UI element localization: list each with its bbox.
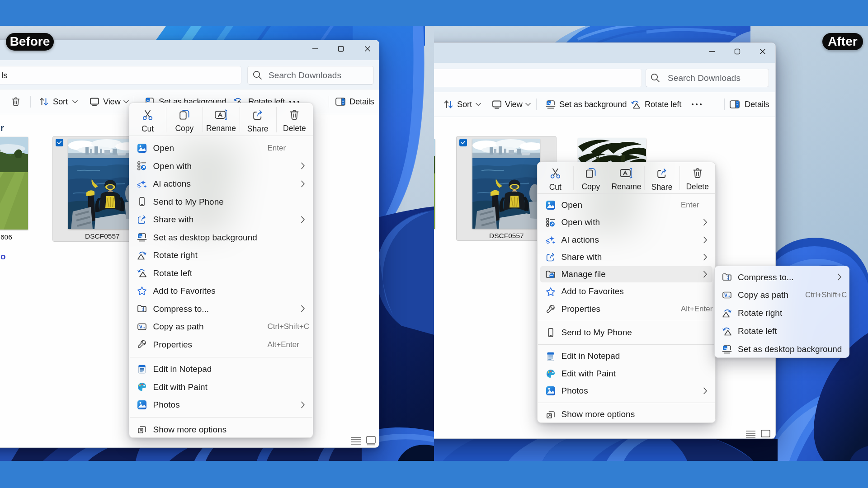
set-background-icon — [722, 344, 732, 354]
menu-item-ai-actions[interactable]: AI actions — [129, 175, 313, 193]
menu-item-compress-to[interactable]: Compress to... — [129, 300, 313, 318]
view-button[interactable]: View — [505, 92, 523, 117]
copy-command-button[interactable]: Copy — [573, 162, 609, 193]
group-header-partial: r — [0, 123, 4, 133]
selection-checkbox[interactable] — [56, 139, 63, 146]
toolbar-divider — [30, 96, 31, 108]
address-bar[interactable]: ls — [0, 66, 241, 84]
titlebar[interactable] — [434, 43, 775, 63]
copy-command-button[interactable]: Copy — [166, 103, 203, 136]
menu-item-rotate-left[interactable]: Rotate left — [129, 264, 313, 282]
menu-item-show-more-options[interactable]: Show more options — [129, 421, 313, 439]
maximize-button[interactable] — [727, 44, 747, 59]
share-command-button[interactable]: Share — [644, 162, 680, 193]
maximize-button[interactable] — [331, 42, 351, 56]
list-view-toggle-icon[interactable] — [350, 436, 362, 446]
menu-item-open-with[interactable]: Open with — [129, 157, 313, 175]
menu-item-add-to-favorites[interactable]: Add to Favorites — [538, 283, 715, 300]
file-name-partial: 606 — [0, 233, 12, 241]
menu-item-photos[interactable]: Photos — [129, 396, 313, 414]
menu-item-send-to-my-phone[interactable]: Send to My Phone — [129, 193, 313, 211]
menu-item-open-with[interactable]: Open with — [538, 214, 715, 231]
search-box[interactable]: Search Downloads — [646, 69, 769, 87]
close-button[interactable] — [753, 44, 773, 59]
chevron-down-icon — [123, 100, 129, 104]
details-button[interactable]: Details — [745, 92, 769, 117]
menu-item-edit-in-notepad[interactable]: Edit in Notepad — [129, 360, 313, 378]
command-label: Rename — [611, 182, 641, 192]
delete-command-button[interactable]: Delete — [679, 162, 715, 193]
rotate-left-button[interactable]: Rotate left — [645, 92, 681, 117]
menu-item-copy-as-path[interactable]: Copy as pathCtrl+Shift+C — [129, 318, 313, 336]
address-bar[interactable] — [434, 69, 642, 87]
set-as-background-button[interactable]: Set as background — [559, 92, 627, 117]
photo-thumbnail-golf[interactable] — [0, 137, 28, 230]
minimize-button[interactable] — [702, 44, 722, 59]
share-command-button[interactable]: Share — [240, 103, 276, 136]
menu-item-copy-as-path[interactable]: Copy as pathCtrl+Shift+C — [715, 286, 849, 304]
more-options-icon[interactable] — [691, 102, 703, 107]
details-button[interactable]: Details — [349, 89, 374, 114]
copy-path-icon — [722, 290, 732, 300]
share-arrow-icon — [137, 214, 147, 225]
list-view-toggle-icon[interactable] — [745, 430, 756, 439]
command-label: Copy — [175, 124, 193, 133]
menu-item-rotate-right[interactable]: Rotate right — [715, 304, 849, 322]
chevron-right-icon — [837, 273, 842, 281]
thumbnail-view-toggle-icon[interactable] — [365, 435, 377, 446]
sort-button[interactable]: Sort — [53, 89, 68, 114]
cut-command-button[interactable]: Cut — [129, 103, 166, 136]
menu-item-rotate-left[interactable]: Rotate left — [715, 322, 849, 340]
command-label: Cut — [549, 183, 561, 192]
menu-item-compress-to[interactable]: Compress to... — [715, 268, 849, 286]
menu-item-open[interactable]: OpenEnter — [129, 139, 313, 157]
chevron-right-icon — [301, 180, 305, 188]
menu-item-share-with[interactable]: Share with — [538, 249, 715, 266]
menu-item-send-to-my-phone[interactable]: Send to My Phone — [538, 324, 715, 341]
menu-item-share-with[interactable]: Share with — [129, 211, 313, 229]
menu-item-add-to-favorites[interactable]: Add to Favorites — [129, 282, 313, 300]
rename-command-button[interactable]: Rename — [609, 162, 644, 193]
menu-item-properties[interactable]: PropertiesAlt+Enter — [129, 336, 313, 354]
menu-item-show-more-options[interactable]: Show more options — [538, 406, 715, 423]
view-button[interactable]: View — [103, 89, 121, 114]
menu-item-rotate-right[interactable]: Rotate right — [129, 246, 313, 264]
menu-item-properties[interactable]: PropertiesAlt+Enter — [538, 300, 715, 318]
set-background-icon — [546, 99, 556, 110]
view-icon — [491, 99, 502, 110]
menu-item-set-as-desktop-background[interactable]: Set as desktop background — [129, 229, 313, 247]
search-placeholder: Search Downloads — [668, 69, 741, 87]
titlebar[interactable] — [0, 40, 379, 60]
phone-icon — [546, 328, 556, 338]
selection-checkbox[interactable] — [459, 139, 467, 146]
menu-item-open[interactable]: OpenEnter — [538, 197, 715, 214]
menu-item-edit-in-notepad[interactable]: Edit in Notepad — [538, 347, 715, 365]
thumbnail-view-toggle-icon[interactable] — [760, 429, 771, 439]
after-label: After — [822, 33, 863, 50]
menu-item-label: Open — [153, 139, 174, 157]
cut-command-button[interactable]: Cut — [538, 162, 573, 193]
photo-thumbnail-diver — [68, 139, 136, 229]
menu-item-photos[interactable]: Photos — [538, 382, 715, 399]
menu-item-manage-file[interactable]: Manage file — [538, 266, 715, 283]
wrench-icon — [137, 339, 147, 350]
open-with-icon — [137, 161, 147, 171]
rename-command-button[interactable]: Rename — [203, 103, 239, 136]
rename-icon — [619, 167, 633, 182]
photo-thumbnail-golf[interactable] — [434, 139, 435, 229]
search-box[interactable]: Search Downloads — [247, 66, 374, 84]
delete-command-button[interactable]: Delete — [276, 103, 313, 136]
close-button[interactable] — [358, 42, 377, 56]
menu-item-edit-with-paint[interactable]: Edit with Paint — [129, 378, 313, 396]
menu-separator — [538, 341, 715, 347]
trash-icon — [692, 167, 703, 182]
menu-item-shortcut: Ctrl+Shift+C — [268, 318, 310, 336]
menu-item-shortcut: Alt+Enter — [681, 300, 712, 318]
menu-item-edit-with-paint[interactable]: Edit with Paint — [538, 365, 715, 382]
sort-button[interactable]: Sort — [457, 92, 472, 117]
minimize-button[interactable] — [305, 42, 325, 56]
menu-item-ai-actions[interactable]: AI actions — [538, 231, 715, 249]
delete-toolbar-icon[interactable] — [11, 97, 21, 107]
menu-item-label: Copy as path — [153, 318, 204, 336]
menu-item-set-as-desktop-background[interactable]: Set as desktop background — [715, 340, 849, 358]
